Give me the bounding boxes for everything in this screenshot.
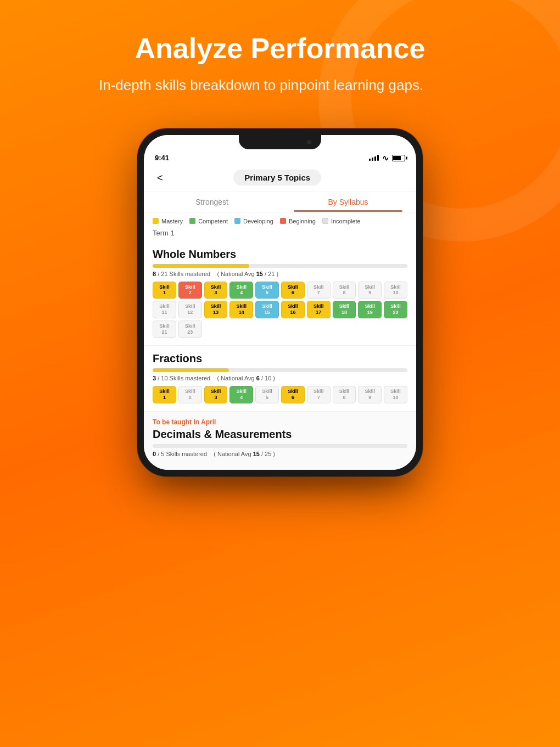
skill-cell[interactable]: Skill16 [281,301,305,318]
wifi-icon: ∿ [382,154,389,162]
skill-cell[interactable]: Skill7 [307,386,331,403]
phone: 9:41 ∿ < Prima [137,128,423,476]
skill-cell[interactable]: Skill14 [229,301,253,318]
skill-cell[interactable]: Skill20 [384,301,407,318]
skill-cell[interactable]: Skill12 [178,301,202,318]
skill-cell[interactable]: Skill23 [178,321,202,338]
skill-cell[interactable]: Skill1 [153,386,176,403]
nav-bar: < Primary 5 Topics [144,166,416,192]
section-title-whole-numbers: Whole Numbers [153,248,407,261]
skill-cell[interactable]: Skill21 [153,321,176,338]
skill-cell[interactable]: Skill6 [281,282,305,299]
legend-developing: Developing [234,218,273,224]
skill-cell[interactable]: Skill2 [178,282,202,299]
nav-title: Primary 5 Topics [233,170,321,186]
skill-cell[interactable]: Skill9 [358,386,382,403]
section-title-fractions: Fractions [153,352,407,365]
section-whole-numbers: Whole Numbers 8 / 21 Skills mastered ( N… [144,241,416,346]
page-header: Analyze Performance In-depth skills brea… [88,33,472,96]
skill-cell[interactable]: Skill1 [153,282,176,299]
skill-cell[interactable]: Skill15 [255,301,279,318]
skill-cell[interactable]: Skill9 [358,282,382,299]
skills-grid-whole-numbers: Skill1 Skill2 Skill3 Skill4 Skill5 Skill… [153,282,407,338]
skill-cell[interactable]: Skill7 [307,282,331,299]
legend-competent: Competent [189,218,228,224]
skill-cell[interactable]: Skill8 [333,386,356,403]
skill-cell[interactable]: Skill10 [384,282,407,299]
skill-cell[interactable]: Skill19 [358,301,382,318]
skill-cell[interactable]: Skill18 [333,301,356,318]
skills-grid-fractions: Skill1 Skill2 Skill3 Skill4 Skill5 Skill… [153,386,407,403]
signal-icon [369,155,379,161]
tab-strongest[interactable]: Strongest [144,192,280,212]
skills-info-whole-numbers: 8 / 21 Skills mastered ( National Avg 15… [153,271,407,277]
skill-cell[interactable]: Skill5 [255,386,279,403]
skill-cell[interactable]: Skill3 [204,282,228,299]
page-subtitle: In-depth skills breakdown to pinpoint le… [88,75,472,95]
tabs-bar: Strongest By Syllabus [144,192,416,212]
skills-info-decimals: 0 / 5 Skills mastered ( National Avg 15 … [153,451,407,457]
skill-cell[interactable]: Skill8 [333,282,356,299]
legend-beginning: Beginning [280,218,316,224]
skill-cell[interactable]: Skill2 [178,386,202,403]
legend-mastery: Mastery [153,218,183,224]
legend: Mastery Competent Developing Beginning I… [144,212,416,228]
skill-cell[interactable]: Skill17 [307,301,331,318]
upcoming-label: To be taught in April [153,418,407,426]
section-decimals: To be taught in April Decimals & Measure… [144,412,416,470]
status-time: 9:41 [155,154,169,162]
section-fractions: Fractions 3 / 10 Skills mastered ( Natio… [144,346,416,412]
skill-cell[interactable]: Skill10 [384,386,407,403]
skill-cell[interactable]: Skill4 [229,282,253,299]
tab-by-syllabus[interactable]: By Syllabus [280,192,416,212]
skill-cell[interactable]: Skill5 [255,282,279,299]
skill-cell[interactable]: Skill6 [281,386,305,403]
status-bar: 9:41 ∿ [144,151,416,166]
back-button[interactable]: < [153,170,167,186]
section-title-decimals: Decimals & Measurements [153,428,407,441]
page-title: Analyze Performance [88,33,472,64]
skill-cell[interactable]: Skill3 [204,386,228,403]
skill-cell[interactable]: Skill4 [229,386,253,403]
skill-cell[interactable]: Skill13 [204,301,228,318]
battery-icon [392,155,405,161]
skills-info-fractions: 3 / 10 Skills mastered ( National Avg 6 … [153,375,407,381]
term-label: Term 1 [144,228,416,241]
phone-wrap: 9:41 ∿ < Prima [137,128,423,476]
skill-cell[interactable]: Skill11 [153,301,176,318]
legend-incomplete: Incomplete [322,218,361,224]
